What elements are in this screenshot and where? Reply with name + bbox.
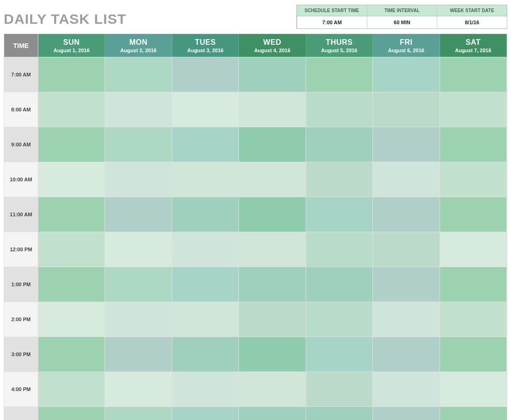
time-label: 2:00 PM: [4, 302, 38, 337]
time-label: 8:00 AM: [4, 92, 38, 127]
task-cell[interactable]: [373, 92, 440, 127]
task-cell[interactable]: [440, 372, 507, 407]
task-cell[interactable]: [440, 127, 507, 162]
day-date: August 7, 2016: [455, 48, 491, 53]
task-cell[interactable]: [105, 267, 172, 302]
task-cell[interactable]: [306, 57, 373, 92]
task-cell[interactable]: [105, 232, 172, 267]
task-cell[interactable]: [373, 407, 440, 420]
task-cell[interactable]: [105, 407, 172, 420]
task-cell[interactable]: [239, 57, 306, 92]
task-cell[interactable]: [38, 232, 105, 267]
settings-header: TIME INTERVAL: [367, 5, 437, 16]
task-cell[interactable]: [172, 407, 239, 420]
task-cell[interactable]: [239, 92, 306, 127]
task-cell[interactable]: [440, 92, 507, 127]
task-cell[interactable]: [172, 162, 239, 197]
task-cell[interactable]: [239, 232, 306, 267]
task-cell[interactable]: [239, 337, 306, 372]
time-label: 9:00 AM: [4, 127, 38, 162]
day-header-tues: TUESAugust 3, 2016: [172, 34, 239, 57]
time-column-header: TIME: [4, 34, 38, 57]
task-cell[interactable]: [373, 197, 440, 232]
task-cell[interactable]: [306, 267, 373, 302]
task-cell[interactable]: [306, 197, 373, 232]
task-cell[interactable]: [440, 302, 507, 337]
task-cell[interactable]: [105, 162, 172, 197]
task-cell[interactable]: [373, 127, 440, 162]
task-cell[interactable]: [105, 197, 172, 232]
week-start-date-value[interactable]: 8/1/16: [437, 16, 507, 28]
task-cell[interactable]: [373, 162, 440, 197]
task-cell[interactable]: [172, 232, 239, 267]
task-cell[interactable]: [172, 302, 239, 337]
time-label: 5:00 PM: [4, 407, 38, 420]
day-date: August 1, 2016: [53, 48, 90, 53]
task-cell[interactable]: [172, 92, 239, 127]
task-cell[interactable]: [306, 162, 373, 197]
task-cell[interactable]: [440, 407, 507, 420]
day-date: August 4, 2016: [254, 48, 291, 53]
task-cell[interactable]: [440, 232, 507, 267]
task-cell[interactable]: [172, 197, 239, 232]
time-label: 1:00 PM: [4, 267, 38, 302]
task-cell[interactable]: [239, 127, 306, 162]
task-cell[interactable]: [38, 267, 105, 302]
task-cell[interactable]: [38, 57, 105, 92]
task-cell[interactable]: [373, 57, 440, 92]
page-title: DAILY TASK LIST: [4, 5, 126, 27]
task-cell[interactable]: [306, 127, 373, 162]
task-cell[interactable]: [373, 302, 440, 337]
task-cell[interactable]: [440, 57, 507, 92]
task-cell[interactable]: [172, 337, 239, 372]
task-cell[interactable]: [105, 92, 172, 127]
task-cell[interactable]: [306, 372, 373, 407]
task-cell[interactable]: [172, 372, 239, 407]
task-cell[interactable]: [440, 337, 507, 372]
time-label: 10:00 AM: [4, 162, 38, 197]
task-cell[interactable]: [373, 267, 440, 302]
task-cell[interactable]: [440, 267, 507, 302]
task-cell[interactable]: [38, 337, 105, 372]
task-cell[interactable]: [373, 337, 440, 372]
task-cell[interactable]: [105, 337, 172, 372]
task-cell[interactable]: [105, 372, 172, 407]
task-cell[interactable]: [38, 302, 105, 337]
settings-header: SCHEDULE START TIME: [297, 5, 367, 16]
task-cell[interactable]: [38, 92, 105, 127]
task-cell[interactable]: [440, 197, 507, 232]
task-cell[interactable]: [172, 127, 239, 162]
task-cell[interactable]: [306, 92, 373, 127]
day-short: FRI: [400, 38, 413, 47]
task-cell[interactable]: [172, 267, 239, 302]
task-cell[interactable]: [105, 127, 172, 162]
task-cell[interactable]: [239, 302, 306, 337]
task-cell[interactable]: [306, 337, 373, 372]
task-cell[interactable]: [38, 162, 105, 197]
day-header-sat: SATAugust 7, 2016: [440, 34, 507, 57]
task-cell[interactable]: [306, 232, 373, 267]
task-cell[interactable]: [306, 407, 373, 420]
time-label: 4:00 PM: [4, 372, 38, 407]
day-date: August 3, 2016: [187, 48, 224, 53]
time-interval-value[interactable]: 60 MIN: [367, 16, 437, 28]
task-cell[interactable]: [306, 302, 373, 337]
task-cell[interactable]: [105, 57, 172, 92]
task-cell[interactable]: [172, 57, 239, 92]
task-cell[interactable]: [38, 197, 105, 232]
task-cell[interactable]: [239, 267, 306, 302]
task-cell[interactable]: [105, 302, 172, 337]
task-cell[interactable]: [373, 232, 440, 267]
task-cell[interactable]: [38, 372, 105, 407]
task-cell[interactable]: [239, 372, 306, 407]
task-cell[interactable]: [38, 127, 105, 162]
schedule-start-time-value[interactable]: 7:00 AM: [297, 16, 367, 28]
task-cell[interactable]: [38, 407, 105, 420]
task-cell[interactable]: [373, 372, 440, 407]
day-short: TUES: [195, 38, 216, 47]
time-label: 3:00 PM: [4, 337, 38, 372]
task-cell[interactable]: [440, 162, 507, 197]
task-cell[interactable]: [239, 407, 306, 420]
task-cell[interactable]: [239, 197, 306, 232]
task-cell[interactable]: [239, 162, 306, 197]
